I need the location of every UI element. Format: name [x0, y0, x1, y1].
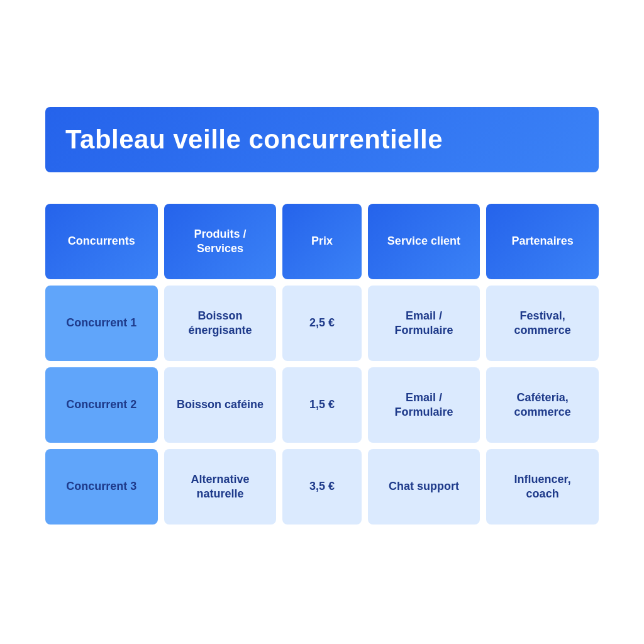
row2-label: Concurrent 2 [45, 367, 158, 443]
page-title: Tableau veille concurrentielle [65, 125, 443, 154]
header-produits: Produits / Services [164, 204, 277, 279]
row2-produits: Boisson caféine [164, 367, 277, 443]
row1-service: Email / Formulaire [368, 286, 480, 361]
header-prix: Prix [282, 204, 361, 279]
row2-partenaires: Caféteria, commerce [486, 367, 599, 443]
row2-prix: 1,5 € [282, 367, 361, 443]
row1-prix: 2,5 € [282, 286, 361, 361]
page-container: Tableau veille concurrentielle Concurren… [20, 88, 624, 556]
row3-label: Concurrent 3 [45, 449, 158, 525]
header-service: Service client [368, 204, 480, 279]
row3-produits: Alternative naturelle [164, 449, 277, 525]
row2-service: Email / Formulaire [368, 367, 480, 443]
row1-produits: Boisson énergisante [164, 286, 277, 361]
title-banner: Tableau veille concurrentielle [45, 107, 599, 172]
row1-label: Concurrent 1 [45, 286, 158, 361]
competitive-table: Concurrents Produits / Services Prix Ser… [45, 204, 599, 525]
header-concurrents: Concurrents [45, 204, 158, 279]
row1-partenaires: Festival, commerce [486, 286, 599, 361]
header-partenaires: Partenaires [486, 204, 599, 279]
row3-prix: 3,5 € [282, 449, 361, 525]
row3-partenaires: Influencer, coach [486, 449, 599, 525]
row3-service: Chat support [368, 449, 480, 525]
